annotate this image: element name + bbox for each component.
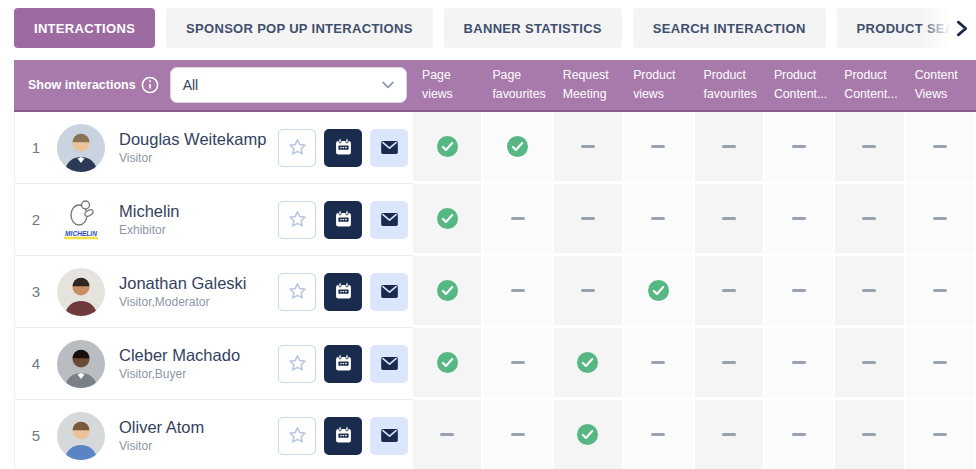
check-icon bbox=[437, 352, 458, 373]
interaction-none-cell bbox=[835, 328, 905, 400]
tabs-scroll-right[interactable] bbox=[920, 8, 976, 48]
email-button[interactable] bbox=[370, 201, 408, 239]
favourite-button[interactable] bbox=[278, 129, 316, 167]
interaction-none-cell bbox=[835, 184, 905, 256]
row-actions bbox=[278, 273, 408, 311]
profile-photo bbox=[57, 340, 105, 388]
interaction-none-cell bbox=[765, 184, 835, 256]
attendee-identity: MichelinExhibitor bbox=[119, 202, 180, 237]
calendar-icon bbox=[333, 209, 354, 230]
dash-icon bbox=[792, 433, 806, 436]
dash-icon bbox=[722, 145, 736, 148]
attendee-role: Exhibitor bbox=[119, 223, 180, 237]
tab-search-interaction[interactable]: SEARCH INTERACTION bbox=[633, 8, 826, 48]
column-header: Product views bbox=[624, 60, 694, 110]
calendar-icon bbox=[333, 425, 354, 446]
attendee-cell: 1Douglas WeitekampVisitor bbox=[14, 112, 413, 184]
interaction-none-cell bbox=[906, 328, 976, 400]
interaction-none-cell bbox=[765, 328, 835, 400]
attendee-cell: 4Cleber MachadoVisitor,Buyer bbox=[14, 328, 413, 400]
dash-icon bbox=[862, 217, 876, 220]
star-icon bbox=[287, 209, 308, 230]
table-row: 3Jonathan GaleskiVisitor,Moderator bbox=[14, 256, 976, 328]
dash-icon bbox=[792, 289, 806, 292]
meeting-button[interactable] bbox=[324, 201, 362, 239]
row-number: 5 bbox=[15, 427, 57, 444]
info-icon[interactable] bbox=[141, 76, 159, 94]
interaction-none-cell bbox=[554, 184, 624, 256]
interaction-yes-cell bbox=[413, 112, 483, 184]
interaction-none-cell bbox=[624, 400, 694, 469]
interaction-none-cell bbox=[835, 112, 905, 184]
tab-interactions[interactable]: INTERACTIONS bbox=[14, 8, 155, 48]
column-header: Product favourites bbox=[695, 60, 765, 110]
show-interactions-dropdown[interactable]: All bbox=[170, 67, 407, 103]
row-number: 4 bbox=[15, 355, 57, 372]
interaction-none-cell bbox=[695, 328, 765, 400]
star-icon bbox=[287, 353, 308, 374]
email-button[interactable] bbox=[370, 417, 408, 455]
dash-icon bbox=[933, 289, 947, 292]
dash-icon bbox=[722, 361, 736, 364]
table-row: 5Oliver AtomVisitor bbox=[14, 400, 976, 469]
interaction-yes-cell bbox=[413, 184, 483, 256]
meeting-button[interactable] bbox=[324, 417, 362, 455]
interaction-none-cell bbox=[624, 328, 694, 400]
meeting-button[interactable] bbox=[324, 129, 362, 167]
interaction-cells bbox=[413, 112, 976, 184]
interaction-none-cell bbox=[483, 328, 553, 400]
attendee-identity: Jonathan GaleskiVisitor,Moderator bbox=[119, 274, 247, 309]
check-icon bbox=[507, 136, 528, 157]
interactions-table: 1Douglas WeitekampVisitor2MICHELINMichel… bbox=[14, 112, 976, 469]
dash-icon bbox=[862, 145, 876, 148]
favourite-button[interactable] bbox=[278, 417, 316, 455]
tab-banner-statistics[interactable]: BANNER STATISTICS bbox=[444, 8, 622, 48]
dash-icon bbox=[581, 145, 595, 148]
svg-text:MICHELIN: MICHELIN bbox=[65, 230, 97, 237]
table-row: 4Cleber MachadoVisitor,Buyer bbox=[14, 328, 976, 400]
interaction-none-cell bbox=[554, 256, 624, 328]
favourite-button[interactable] bbox=[278, 345, 316, 383]
interaction-yes-cell bbox=[483, 112, 553, 184]
dash-icon bbox=[862, 289, 876, 292]
dash-icon bbox=[511, 289, 525, 292]
email-icon bbox=[379, 281, 400, 302]
dash-icon bbox=[440, 433, 454, 436]
check-icon bbox=[577, 424, 598, 445]
favourite-button[interactable] bbox=[278, 201, 316, 239]
dash-icon bbox=[933, 145, 947, 148]
interaction-none-cell bbox=[906, 184, 976, 256]
attendee-cell: 5Oliver AtomVisitor bbox=[14, 400, 413, 469]
row-number: 2 bbox=[15, 211, 57, 228]
calendar-icon bbox=[333, 137, 354, 158]
email-button[interactable] bbox=[370, 273, 408, 311]
dash-icon bbox=[722, 433, 736, 436]
interaction-yes-cell bbox=[413, 256, 483, 328]
email-icon bbox=[379, 209, 400, 230]
interaction-none-cell bbox=[906, 256, 976, 328]
row-number: 3 bbox=[15, 283, 57, 300]
email-button[interactable] bbox=[370, 129, 408, 167]
meeting-button[interactable] bbox=[324, 273, 362, 311]
email-button[interactable] bbox=[370, 345, 408, 383]
filter-bar: Show interactions All Page viewsPage fav… bbox=[14, 60, 976, 112]
interaction-none-cell bbox=[554, 112, 624, 184]
interaction-none-cell bbox=[835, 400, 905, 469]
email-icon bbox=[379, 353, 400, 374]
profile-photo bbox=[57, 412, 105, 460]
tab-sponsor-pop-up-interactions[interactable]: SPONSOR POP UP INTERACTIONS bbox=[166, 8, 433, 48]
column-header: Product Content... bbox=[765, 60, 835, 110]
attendee-identity: Douglas WeitekampVisitor bbox=[119, 130, 266, 165]
column-header: Content Views bbox=[906, 60, 976, 110]
interaction-none-cell bbox=[624, 112, 694, 184]
meeting-button[interactable] bbox=[324, 345, 362, 383]
avatar bbox=[57, 340, 105, 388]
chevron-right-icon bbox=[953, 20, 970, 37]
dash-icon bbox=[581, 289, 595, 292]
favourite-button[interactable] bbox=[278, 273, 316, 311]
interaction-none-cell bbox=[765, 256, 835, 328]
attendee-role: Visitor bbox=[119, 439, 204, 453]
dash-icon bbox=[862, 433, 876, 436]
dash-icon bbox=[722, 217, 736, 220]
interaction-none-cell bbox=[765, 400, 835, 469]
